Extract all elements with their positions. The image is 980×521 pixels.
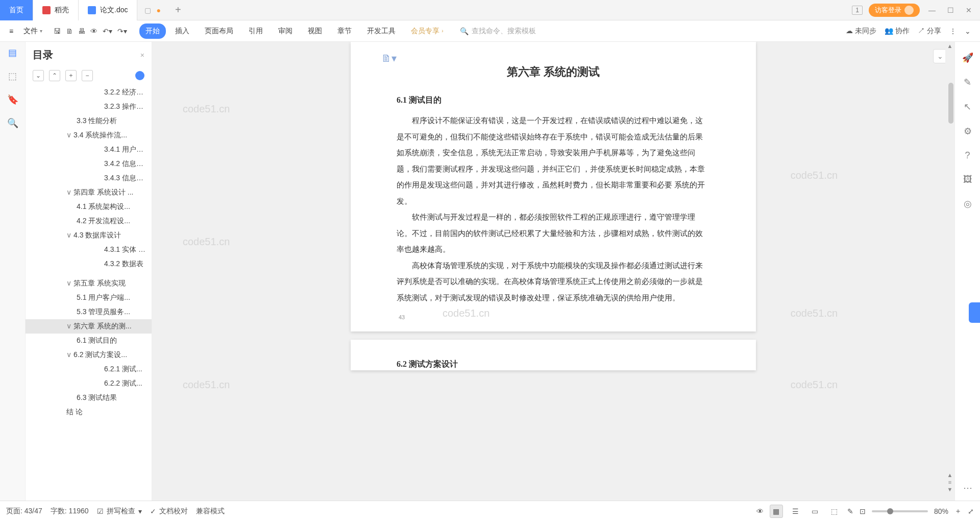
- outline-node[interactable]: 6.3 测试结果: [26, 391, 152, 405]
- outline-node[interactable]: 5.3 管理员服务...: [26, 305, 152, 319]
- outline-icon[interactable]: ▤: [8, 47, 17, 58]
- scrollbar-thumb[interactable]: [948, 83, 953, 124]
- nav-icon[interactable]: ⬚: [8, 70, 17, 82]
- share-button[interactable]: ↗ 分享: [918, 27, 941, 36]
- tab-document[interactable]: 论文.doc: [79, 0, 137, 20]
- rtab-reference[interactable]: 引用: [242, 23, 269, 39]
- outline-node[interactable]: 4.2 开发流程设...: [26, 214, 152, 228]
- window-count-badge[interactable]: 1: [852, 6, 863, 15]
- redo-icon[interactable]: ↷▾: [117, 27, 127, 35]
- page-options-icon[interactable]: 🗎▾: [381, 52, 397, 64]
- settings-icon[interactable]: ⚙: [964, 126, 972, 137]
- collapse-ribbon-icon[interactable]: ⌄: [965, 27, 971, 35]
- scroll-up2-icon[interactable]: ▲: [945, 472, 954, 481]
- outline-node[interactable]: 3.4.3 信息删...: [26, 171, 152, 185]
- compat-mode[interactable]: 兼容模式: [196, 507, 225, 516]
- more-tools-icon[interactable]: ⋯: [963, 482, 972, 493]
- outline-node[interactable]: 6.1 测试目的: [26, 334, 152, 348]
- rtab-section[interactable]: 章节: [331, 23, 358, 39]
- outline-expand-all[interactable]: ⌃: [49, 70, 60, 81]
- outline-node[interactable]: 3.2.3 操作可...: [26, 100, 152, 114]
- outline-collapse-all[interactable]: ⌄: [33, 70, 44, 81]
- zoom-fit-icon[interactable]: ⊡: [860, 507, 866, 515]
- scroll-down-icon[interactable]: ▼: [945, 486, 954, 495]
- outline-node[interactable]: 结 论: [26, 405, 152, 419]
- maximize-button[interactable]: ☐: [944, 4, 957, 16]
- rtab-layout[interactable]: 页面布局: [199, 23, 239, 39]
- outline-node[interactable]: 4.3.1 实体 E...: [26, 243, 152, 257]
- zoom-slider[interactable]: [872, 510, 928, 512]
- tab-add[interactable]: +: [168, 4, 188, 16]
- zoom-in-icon[interactable]: ＋: [954, 507, 962, 516]
- outline-node[interactable]: 3.4.1 用户登...: [26, 143, 152, 157]
- pen-icon[interactable]: ✎: [964, 77, 971, 88]
- tools-icon[interactable]: ✎: [847, 507, 853, 515]
- scroll-up-icon[interactable]: ▲: [945, 43, 954, 52]
- rtab-view[interactable]: 视图: [302, 23, 328, 39]
- view-read-button[interactable]: ⬚: [828, 505, 841, 518]
- collab-button[interactable]: 👥 协作: [885, 27, 910, 36]
- side-tab[interactable]: [969, 302, 980, 323]
- rtab-member[interactable]: 会员专享›: [405, 23, 449, 39]
- menu-button[interactable]: ≡: [4, 25, 18, 37]
- outline-node[interactable]: 3.4.2 信息添...: [26, 157, 152, 171]
- outline-node[interactable]: ∨4.3 数据库设计: [26, 228, 152, 243]
- outline-node[interactable]: 3.3 性能分析: [26, 114, 152, 128]
- document-page-next[interactable]: 6.2 测试方案设计: [351, 340, 756, 370]
- outline-node[interactable]: 6.2.2 测试...: [26, 376, 152, 391]
- document-page[interactable]: 🗎▾ 第六章 系统的测试 6.1 测试目的 程序设计不能保证没有错误，这是一个开…: [351, 42, 756, 331]
- outline-node[interactable]: ∨第五章 系统实现: [26, 276, 152, 291]
- minimize-button[interactable]: —: [926, 4, 938, 16]
- spellcheck-button[interactable]: ☑ 拼写检查 ▾: [97, 507, 142, 516]
- view-outline-button[interactable]: ☰: [789, 505, 802, 518]
- proofread-button[interactable]: ✓ 文档校对: [150, 507, 188, 516]
- sync-button[interactable]: ☁ 未同步: [846, 27, 876, 36]
- outline-node[interactable]: 3.2.2 经济可 ...: [26, 85, 152, 100]
- target-icon[interactable]: ◎: [964, 198, 972, 209]
- outline-remove[interactable]: −: [82, 70, 93, 81]
- outline-node[interactable]: ∨第六章 系统的测...: [26, 319, 152, 334]
- outline-node[interactable]: ∨第四章 系统设计 ...: [26, 185, 152, 200]
- reading-mode-icon[interactable]: 👁: [756, 507, 764, 515]
- image-icon[interactable]: 🖼: [963, 174, 972, 185]
- help-icon[interactable]: ?: [965, 150, 970, 161]
- status-page[interactable]: 页面: 43/47: [6, 507, 42, 516]
- tab-docile[interactable]: 稻壳: [33, 0, 79, 20]
- rtab-review[interactable]: 审阅: [272, 23, 299, 39]
- outline-close[interactable]: ×: [140, 51, 144, 59]
- outline-node[interactable]: 6.2.1 测试...: [26, 362, 152, 376]
- status-words[interactable]: 字数: 11960: [51, 507, 89, 516]
- view-web-button[interactable]: ▭: [808, 505, 822, 518]
- rocket-icon[interactable]: 🚀: [962, 52, 973, 63]
- vertical-scrollbar[interactable]: ▲ ≡ ▲ ▼: [945, 42, 954, 501]
- find-icon[interactable]: 🔍: [7, 117, 18, 129]
- save-as-icon[interactable]: 🗎: [66, 27, 73, 35]
- zoom-value[interactable]: 80%: [934, 507, 948, 515]
- fullscreen-icon[interactable]: ⤢: [968, 507, 974, 515]
- tab-home[interactable]: 首页: [0, 0, 33, 20]
- close-button[interactable]: ✕: [963, 4, 975, 16]
- outline-settings-icon[interactable]: [135, 71, 144, 80]
- bookmark-icon[interactable]: 🔖: [7, 94, 18, 105]
- rtab-insert[interactable]: 插入: [169, 23, 195, 39]
- rtab-dev[interactable]: 开发工具: [361, 23, 402, 39]
- rtab-start[interactable]: 开始: [139, 23, 166, 39]
- outline-node[interactable]: 4.3.2 数据表: [26, 257, 152, 271]
- undo-icon[interactable]: ↶▾: [103, 27, 112, 35]
- preview-icon[interactable]: 👁: [90, 27, 97, 35]
- outline-node[interactable]: ∨3.4 系统操作流...: [26, 128, 152, 143]
- file-menu[interactable]: 文件▾: [18, 25, 47, 38]
- outline-node[interactable]: ∨6.2 测试方案设...: [26, 348, 152, 362]
- zoom-handle[interactable]: [887, 508, 893, 514]
- more-icon[interactable]: ⋮: [949, 27, 957, 35]
- outline-node[interactable]: [26, 271, 152, 276]
- login-button[interactable]: 访客登录: [869, 4, 920, 17]
- search-box[interactable]: 🔍查找命令、搜索模板: [460, 27, 536, 36]
- outline-node[interactable]: 5.1 用户客户端...: [26, 291, 152, 305]
- view-page-button[interactable]: ▦: [770, 505, 783, 518]
- screen-icon[interactable]: ▢: [144, 6, 151, 14]
- outline-add[interactable]: +: [65, 70, 77, 81]
- outline-node[interactable]: 4.1 系统架构设...: [26, 200, 152, 214]
- print-icon[interactable]: 🖶: [78, 27, 85, 35]
- save-icon[interactable]: 🖫: [54, 27, 61, 35]
